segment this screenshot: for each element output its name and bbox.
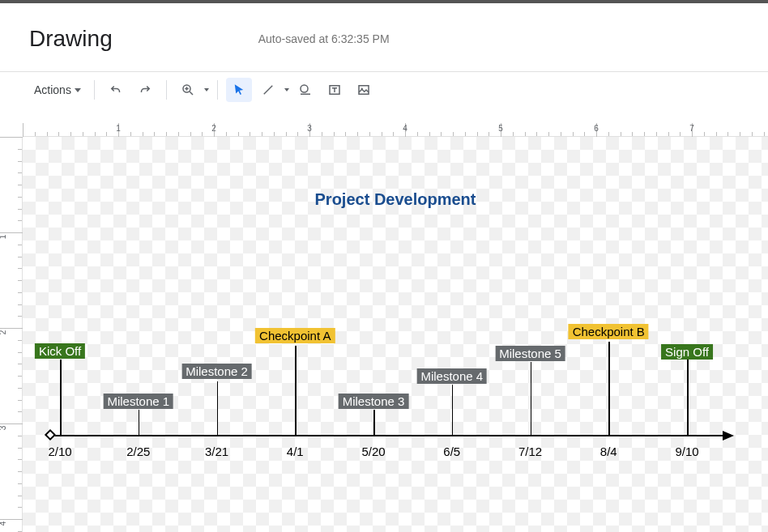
- svg-rect-8: [359, 86, 369, 95]
- event-label[interactable]: Sign Off: [661, 344, 713, 360]
- separator: [217, 80, 218, 100]
- textbox-icon: [327, 83, 342, 97]
- horizontal-ruler[interactable]: 1234567: [23, 123, 768, 137]
- event-date[interactable]: 8/4: [600, 445, 617, 458]
- canvas-area: 1234567 1234 Project Development Kick Of…: [0, 123, 768, 532]
- select-tool-button[interactable]: [226, 78, 252, 102]
- event-line[interactable]: [60, 360, 62, 435]
- caret-down-icon: [204, 88, 209, 92]
- undo-button[interactable]: [103, 78, 129, 102]
- caret-down-icon: [284, 88, 289, 92]
- event-date[interactable]: 4/1: [287, 445, 304, 458]
- event-line[interactable]: [608, 342, 610, 435]
- image-tool-button[interactable]: [351, 78, 377, 102]
- event-label[interactable]: Kick Off: [35, 343, 85, 359]
- drawing-canvas[interactable]: Project Development Kick Off2/10Mileston…: [23, 137, 768, 532]
- event-line[interactable]: [373, 410, 375, 435]
- shape-icon: [298, 83, 313, 97]
- caret-down-icon: [75, 88, 81, 92]
- chart-title[interactable]: Project Development: [315, 190, 476, 209]
- separator: [166, 80, 167, 100]
- svg-point-9: [361, 87, 363, 89]
- event-date[interactable]: 2/25: [126, 445, 150, 458]
- svg-line-1: [190, 92, 193, 95]
- event-date[interactable]: 9/10: [675, 445, 698, 458]
- line-icon: [261, 83, 275, 97]
- event-date[interactable]: 2/10: [48, 445, 71, 458]
- toolbar: Actions: [0, 72, 768, 108]
- event-label[interactable]: Milestone 5: [495, 346, 565, 361]
- line-tool-button[interactable]: [255, 78, 289, 102]
- redo-icon: [138, 83, 152, 97]
- dialog-title: Drawing: [29, 26, 113, 52]
- textbox-tool-button[interactable]: [322, 78, 348, 102]
- actions-menu-button[interactable]: Actions: [29, 80, 86, 100]
- event-line[interactable]: [217, 381, 219, 435]
- event-label[interactable]: Checkpoint A: [255, 328, 335, 343]
- actions-label: Actions: [34, 83, 71, 96]
- event-date[interactable]: 7/12: [518, 445, 542, 458]
- event-date[interactable]: 3/21: [205, 445, 228, 458]
- axis-start-diamond[interactable]: [45, 429, 56, 440]
- event-date[interactable]: 6/5: [443, 445, 460, 458]
- svg-line-4: [264, 86, 273, 95]
- zoom-button[interactable]: [175, 78, 209, 102]
- zoom-icon: [181, 83, 195, 97]
- event-label[interactable]: Milestone 1: [103, 394, 173, 409]
- event-date[interactable]: 5/20: [361, 445, 385, 458]
- separator: [94, 80, 95, 100]
- header: Drawing Auto-saved at 6:32:35 PM: [0, 3, 768, 72]
- vertical-ruler[interactable]: 1234: [0, 137, 23, 532]
- image-icon: [356, 83, 371, 97]
- select-icon: [232, 83, 246, 97]
- timeline-axis[interactable]: [50, 435, 724, 436]
- event-line[interactable]: [531, 362, 532, 435]
- shape-tool-button[interactable]: [292, 78, 318, 102]
- undo-icon: [109, 83, 123, 97]
- save-status: Auto-saved at 6:32:35 PM: [258, 32, 390, 45]
- event-label[interactable]: Milestone 3: [339, 394, 409, 409]
- redo-button[interactable]: [132, 78, 158, 102]
- event-label[interactable]: Milestone 2: [181, 364, 252, 379]
- event-line[interactable]: [139, 410, 140, 435]
- axis-arrow-head[interactable]: [723, 431, 734, 440]
- svg-point-5: [301, 85, 308, 92]
- event-label[interactable]: Milestone 4: [416, 368, 487, 384]
- event-label[interactable]: Checkpoint B: [569, 324, 649, 339]
- event-line[interactable]: [452, 385, 454, 435]
- event-line[interactable]: [687, 359, 689, 435]
- event-line[interactable]: [295, 346, 297, 435]
